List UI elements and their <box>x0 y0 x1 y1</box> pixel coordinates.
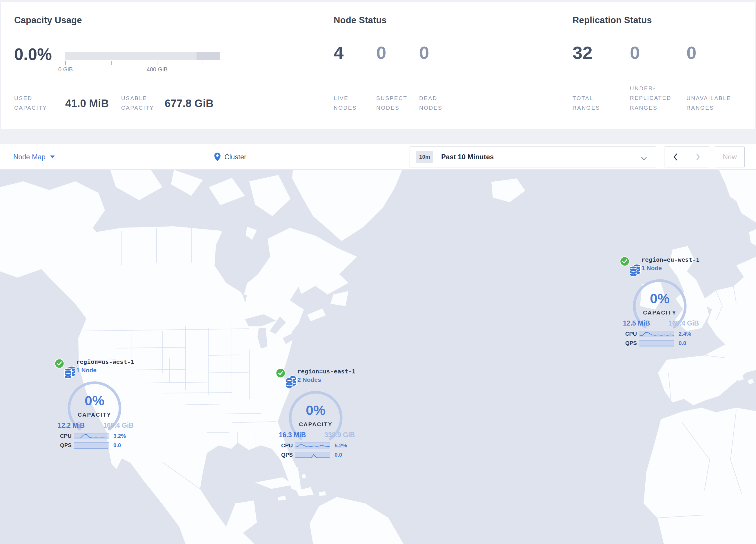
qps-label: QPS <box>618 340 639 347</box>
capacity-axis-tick <box>65 61 66 65</box>
view-selector-dropdown[interactable]: Node Map <box>13 144 55 170</box>
total-ranges-count: 32 <box>573 42 593 63</box>
now-button[interactable]: Now <box>715 146 745 167</box>
qps-label: QPS <box>274 452 295 458</box>
region-marker-us-east-1[interactable]: region=us-east-1 2 Nodes 0% CAPACITY 16.… <box>274 366 358 461</box>
under-replicated-ranges-count: 0 <box>630 42 640 63</box>
cpu-row: CPU 2.4% <box>618 331 702 338</box>
region-used-capacity: 12.5 MiB <box>623 320 650 327</box>
qps-value: 0.0 <box>113 442 121 449</box>
cpu-sparkline <box>74 433 109 439</box>
prev-time-button[interactable] <box>664 147 687 167</box>
chevron-right-icon <box>695 153 701 161</box>
breadcrumb-label: Cluster <box>224 153 246 161</box>
region-usable-capacity: 169.4 GiB <box>103 422 134 429</box>
time-range-label: Past 10 Minutes <box>441 153 494 161</box>
live-nodes-count: 4 <box>334 42 344 63</box>
map-toolbar: Node Map Cluster 10m Past 10 Minutes Now <box>0 144 756 170</box>
qps-row: QPS 0.0 <box>618 340 702 347</box>
cpu-sparkline <box>295 443 330 449</box>
region-usable-capacity: 169.4 GiB <box>668 320 699 327</box>
region-marker-eu-west-1[interactable]: region=eu-west-1 1 Node 0% CAPACITY 12.5… <box>618 254 702 350</box>
time-range-badge: 10m <box>416 151 433 163</box>
gauge-percent: 0% <box>274 402 358 418</box>
capacity-used-percent: 0.0% <box>14 45 52 64</box>
cpu-row: CPU 3.2% <box>52 433 137 440</box>
replication-status-title: Replication Status <box>573 15 652 26</box>
capacity-axis-label-0: 0 GiB <box>48 66 83 73</box>
region-used-capacity: 12.2 MiB <box>58 422 85 429</box>
cpu-value: 3.2% <box>113 433 126 439</box>
gauge-percent: 0% <box>52 393 137 409</box>
view-selector-label: Node Map <box>13 153 46 161</box>
dead-nodes-count: 0 <box>419 42 429 63</box>
gauge-percent: 0% <box>618 291 702 307</box>
cpu-label: CPU <box>618 331 639 337</box>
database-stack-icon <box>628 264 642 278</box>
region-name: region=us-east-1 <box>297 368 356 375</box>
location-pin-icon <box>214 152 221 162</box>
unavailable-ranges-count: 0 <box>686 42 696 63</box>
capacity-axis-label-400: 400 GiB <box>140 66 175 73</box>
used-capacity-label: USED CAPACITY <box>14 93 50 113</box>
triangle-down-icon <box>50 155 55 158</box>
node-status-title: Node Status <box>334 15 387 26</box>
total-ranges-label: TOTAL RANGES <box>573 93 606 113</box>
live-nodes-label: LIVE NODES <box>334 93 366 113</box>
next-time-button[interactable] <box>687 147 709 167</box>
usable-capacity-label: USABLE CAPACITY <box>121 93 160 113</box>
cpu-row: CPU 5.2% <box>274 442 358 449</box>
qps-value: 0.0 <box>679 340 686 347</box>
qps-value: 0.0 <box>335 452 342 458</box>
qps-sparkline <box>639 340 674 347</box>
qps-row: QPS 0.0 <box>274 452 358 458</box>
region-node-count: 1 Node <box>641 264 662 271</box>
qps-row: QPS 0.0 <box>52 442 137 449</box>
database-stack-icon <box>63 366 77 380</box>
breadcrumb[interactable]: Cluster <box>214 144 246 170</box>
cpu-label: CPU <box>274 443 295 449</box>
capacity-axis-tick <box>111 61 112 65</box>
capacity-usage-title: Capacity Usage <box>14 15 82 26</box>
database-stack-icon <box>284 376 298 389</box>
chevron-down-icon <box>641 155 646 160</box>
capacity-axis-tick <box>203 61 203 65</box>
dead-nodes-label: DEAD NODES <box>419 93 451 113</box>
cpu-label: CPU <box>52 433 74 439</box>
gauge-capacity-label: CAPACITY <box>52 412 137 418</box>
gauge-capacity-label: CAPACITY <box>618 310 702 316</box>
cpu-value: 2.4% <box>679 331 691 337</box>
region-marker-us-west-1[interactable]: region=us-west-1 1 Node 0% CAPACITY 12.2… <box>52 356 137 452</box>
unavailable-ranges-label: UNAVAILABLE RANGES <box>686 93 749 113</box>
gauge-capacity-label: CAPACITY <box>274 421 358 428</box>
qps-sparkline <box>295 452 330 458</box>
region-name: region=eu-west-1 <box>641 256 700 263</box>
cluster-summary-panel: Capacity Usage 0.0% 0 GiB 400 GiB USED C… <box>1 2 755 129</box>
under-replicated-ranges-label: UNDER-REPLICATED RANGES <box>630 84 681 113</box>
region-usable-capacity: 338.9 GiB <box>324 431 355 439</box>
time-range-dropdown[interactable]: 10m Past 10 Minutes <box>410 146 656 167</box>
region-name: region=us-west-1 <box>76 358 135 365</box>
chevron-left-icon <box>673 153 678 161</box>
cpu-sparkline <box>639 331 674 337</box>
qps-sparkline <box>74 442 109 449</box>
capacity-bar <box>65 52 220 60</box>
cpu-value: 5.2% <box>335 443 347 449</box>
capacity-axis-tick <box>157 61 157 65</box>
usable-capacity-value: 677.8 GiB <box>165 97 214 110</box>
time-pager <box>664 146 709 167</box>
region-node-count: 1 Node <box>76 367 97 374</box>
capacity-bar-nonusable-segment <box>197 52 220 60</box>
region-node-count: 2 Nodes <box>297 376 321 383</box>
qps-label: QPS <box>52 442 74 449</box>
region-used-capacity: 16.3 MiB <box>279 431 306 439</box>
suspect-nodes-label: SUSPECT NODES <box>376 93 412 113</box>
used-capacity-value: 41.0 MiB <box>65 97 109 110</box>
node-map: region=us-west-1 1 Node 0% CAPACITY 12.2… <box>0 170 756 544</box>
suspect-nodes-count: 0 <box>376 42 386 63</box>
